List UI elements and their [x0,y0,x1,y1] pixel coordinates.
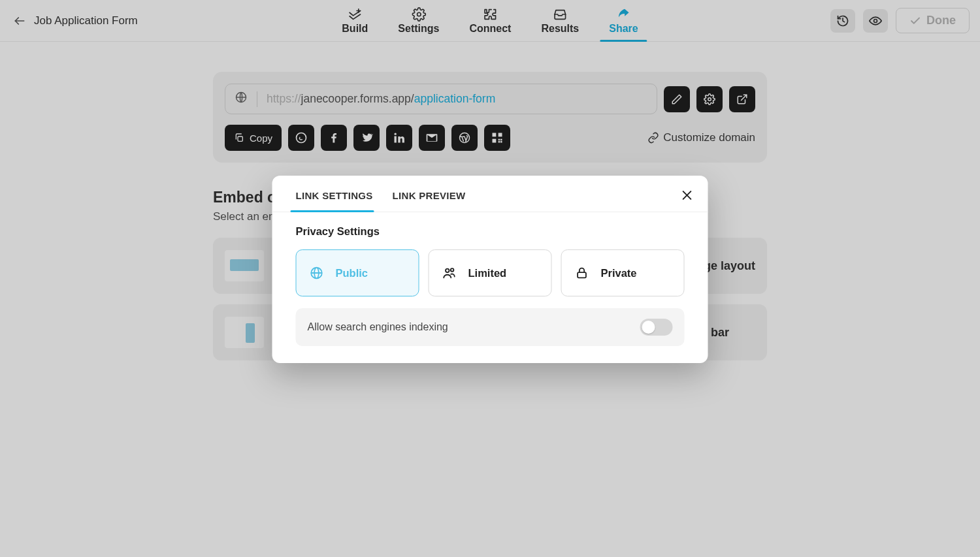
lock-icon [575,266,589,280]
privacy-option-private[interactable]: Private [561,249,685,296]
users-icon [442,266,457,280]
indexing-toggle[interactable] [640,319,673,336]
globe-icon [310,266,324,280]
link-settings-modal: LINK SETTINGS LINK PREVIEW Privacy Setti… [272,176,708,363]
svg-rect-24 [578,272,586,278]
svg-point-22 [446,269,449,273]
svg-point-23 [451,268,454,272]
privacy-options: Public Limited Private [296,249,685,296]
indexing-toggle-row: Allow search engines indexing [296,308,685,346]
privacy-limited-label: Limited [468,267,507,279]
privacy-public-label: Public [336,267,368,279]
indexing-toggle-label: Allow search engines indexing [308,321,448,333]
privacy-option-limited[interactable]: Limited [429,249,552,296]
privacy-private-label: Private [601,267,637,279]
modal-tab-link-preview[interactable]: LINK PREVIEW [393,176,466,212]
close-icon [681,189,694,202]
modal-tab-link-settings[interactable]: LINK SETTINGS [296,176,373,212]
toggle-knob [642,321,655,334]
privacy-option-public[interactable]: Public [296,249,419,296]
modal-tabs: LINK SETTINGS LINK PREVIEW [272,176,708,212]
modal-close-button[interactable] [679,187,695,203]
privacy-settings-title: Privacy Settings [296,225,685,238]
